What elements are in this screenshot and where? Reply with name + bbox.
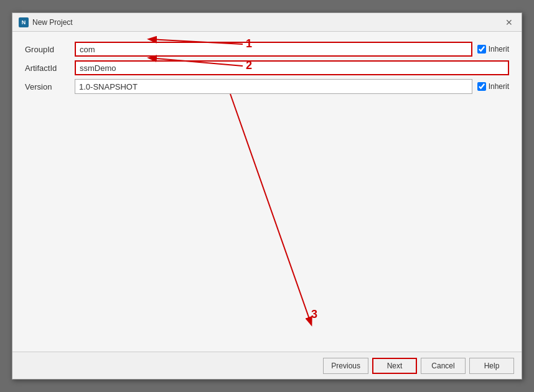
form-content: GroupId Inherit ArtifactId Version Inher… — [12, 32, 522, 352]
version-row: Version Inherit — [25, 79, 509, 94]
group-id-row: GroupId Inherit — [25, 42, 509, 57]
dialog-title: New Project — [32, 18, 73, 27]
new-project-dialog: N New Project ✕ GroupId Inherit Artifact… — [12, 12, 522, 380]
artifact-id-input[interactable] — [75, 60, 509, 75]
svg-text:3: 3 — [311, 308, 317, 320]
title-bar-left: N New Project — [19, 17, 73, 27]
version-label: Version — [25, 82, 75, 91]
group-id-inherit-checkbox[interactable] — [477, 45, 486, 54]
help-button[interactable]: Help — [469, 358, 514, 374]
group-id-inherit: Inherit — [477, 45, 509, 54]
close-button[interactable]: ✕ — [503, 17, 515, 28]
artifact-id-row: ArtifactId — [25, 60, 509, 75]
version-inherit-checkbox[interactable] — [477, 82, 486, 91]
cancel-button[interactable]: Cancel — [421, 358, 466, 374]
dialog-footer: Previous Next Cancel Help — [12, 352, 522, 379]
app-icon: N — [19, 17, 29, 27]
previous-button[interactable]: Previous — [323, 358, 368, 374]
svg-text:N: N — [22, 19, 26, 26]
title-bar: N New Project ✕ — [12, 13, 522, 32]
svg-line-7 — [230, 94, 311, 324]
group-id-label: GroupId — [25, 45, 75, 54]
version-input[interactable] — [75, 79, 472, 94]
group-id-input[interactable] — [75, 42, 472, 57]
artifact-id-label: ArtifactId — [25, 63, 75, 73]
next-button[interactable]: Next — [372, 358, 417, 374]
version-inherit: Inherit — [477, 82, 509, 91]
